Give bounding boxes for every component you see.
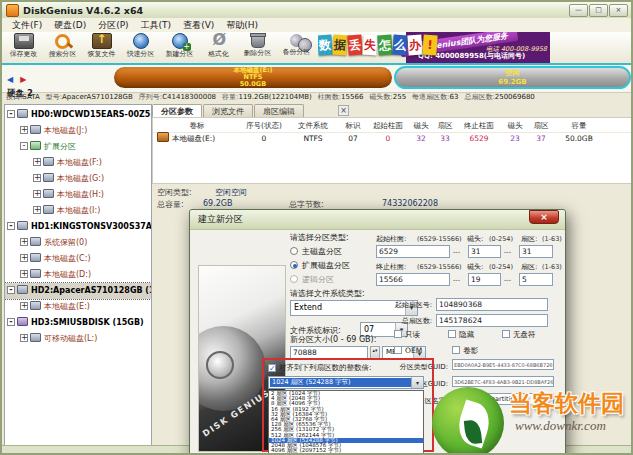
tree-item[interactable]: +本地磁盘(G:) xyxy=(5,171,151,187)
partition-type-radio[interactable]: 主磁盘分区 xyxy=(290,244,350,258)
tree-item[interactable]: +本地磁盘(F:) xyxy=(5,155,151,171)
attribute-checkbox[interactable]: 卷影 xyxy=(452,346,478,356)
size-input[interactable]: 70888 xyxy=(290,346,368,359)
tree-item[interactable]: +本地磁盘(D:) xyxy=(5,267,151,283)
start-head-input[interactable]: 31 xyxy=(468,245,501,258)
size-spinner[interactable]: ▴▾ xyxy=(370,346,380,359)
tree-item[interactable]: +系统保留(0) xyxy=(5,235,151,251)
table-header-cell: 扇区 xyxy=(529,119,553,132)
tree-item[interactable]: -HD0:WDCWD15EARS-00Z5B1 (1397GB) xyxy=(5,107,151,123)
dropdown-option[interactable]: 4096 扇区 (2097152 字节) xyxy=(269,448,423,453)
tree-expander-icon[interactable]: - xyxy=(7,318,15,326)
head-range: (0-254) xyxy=(489,263,513,271)
attribute-checkbox[interactable]: 只读 xyxy=(394,330,420,340)
attribute-checkbox[interactable]: 隐藏 xyxy=(448,330,474,340)
tree-item[interactable]: +本地磁盘(C:) xyxy=(5,251,151,267)
panel-close-icon[interactable]: × xyxy=(338,105,349,116)
toolbar: 保存更改 搜索分区 恢复文件 快速分区 xyxy=(2,32,631,63)
tab[interactable]: 扇区编辑 xyxy=(254,104,304,117)
recover-files-button[interactable]: 恢复文件 xyxy=(82,32,121,63)
tree-expander-icon[interactable]: + xyxy=(20,334,28,342)
tree-item[interactable]: +本地磁盘(E:) xyxy=(5,299,151,315)
delete-partition-button[interactable]: 删除分区 xyxy=(238,32,277,63)
backup-partition-button[interactable]: 备份分区 xyxy=(277,32,316,63)
tree-expander-icon[interactable]: - xyxy=(7,222,15,230)
tree-expander-icon[interactable]: + xyxy=(33,158,41,166)
end-head-input[interactable]: 19 xyxy=(468,273,501,286)
tree-expander-icon[interactable]: - xyxy=(20,142,28,150)
free-bytes-value: 74332062208 xyxy=(382,199,438,208)
new-partition-button[interactable]: 新建分区 xyxy=(160,32,199,63)
tree-item[interactable]: -HD2:ApacerAS710128GB (119GB) xyxy=(5,283,151,299)
start-sector-number-label: 起始扇区号: xyxy=(376,300,432,310)
start-cyl-input[interactable]: 6529 xyxy=(376,245,450,258)
toolbar-buttons: 保存更改 搜索分区 恢复文件 快速分区 xyxy=(4,32,316,63)
tree-item-label: 本地磁盘(C:) xyxy=(44,254,91,263)
format-button[interactable]: 格式化 xyxy=(199,32,238,63)
save-changes-button[interactable]: 保存更改 xyxy=(4,32,43,63)
tree-item-label: 本地磁盘(G:) xyxy=(57,174,104,183)
tree-expander-icon[interactable]: + xyxy=(20,302,28,310)
attribute-checkbox-row-1: 只读隐藏无盘符 xyxy=(394,330,536,340)
table-c ell: 50.0GB xyxy=(553,132,605,145)
tree-item[interactable]: -HD3:SMIUSBDISK (15GB) xyxy=(5,315,151,331)
type-guid-input[interactable]: EBD0A0A2-B9E5-4433-87C0-68B6B72699C7 xyxy=(452,359,554,370)
disk-info-pair: 磁头数:255 xyxy=(369,93,406,101)
combobox-dropdown-icon[interactable]: ▾ xyxy=(411,377,423,388)
menu-item[interactable]: 帮助(H) xyxy=(220,19,264,32)
start-sector-number-input[interactable]: 104890368 xyxy=(436,298,548,311)
close-button[interactable]: × xyxy=(609,4,628,17)
table-row[interactable]: 本地磁盘(E:)0NTFS07032336529233750.0GB xyxy=(153,132,632,145)
next-disk-arrow-icon[interactable]: ▶ xyxy=(20,75,26,84)
menu-item[interactable]: 文件(F) xyxy=(6,19,48,32)
attribute-checkbox[interactable]: 无盘符 xyxy=(502,330,536,340)
quick-partition-button[interactable]: 快速分区 xyxy=(121,32,160,63)
sector-align-combobox[interactable]: 1024 扇区 (524288 字节) ▾ xyxy=(268,376,424,389)
tree-item[interactable]: +本地磁盘(J:) xyxy=(5,123,151,139)
tree-expander-icon[interactable]: + xyxy=(20,254,28,262)
separator: --- xyxy=(504,248,511,256)
end-cyl-input[interactable]: 15566 xyxy=(376,273,450,286)
tree-expander-icon[interactable]: + xyxy=(20,238,28,246)
table-header-cell: 起始柱面 xyxy=(367,119,409,132)
minimize-button[interactable]: — xyxy=(569,4,588,17)
tab[interactable]: 浏览文件 xyxy=(203,104,253,117)
total-sectors-input[interactable]: 145178624 xyxy=(436,314,548,327)
partition-block-local-e[interactable]: 本地磁盘(E:) NTFS 50.0GB xyxy=(114,67,392,88)
checkbox-icon xyxy=(452,346,460,354)
tree-expander-icon[interactable]: - xyxy=(7,110,15,118)
tree-expander-icon[interactable]: + xyxy=(33,174,41,182)
attribute-checkbox[interactable]: OEM xyxy=(394,346,422,356)
tree-expander-icon[interactable]: - xyxy=(7,286,15,294)
align-checkbox-row[interactable]: ✓对齐到下列扇区数的整数倍: xyxy=(268,363,372,373)
end-sector-input[interactable]: 5 xyxy=(519,273,553,286)
partition-type-label: 请选择分区类型: xyxy=(290,232,349,243)
toolbar-button-icon xyxy=(53,33,73,49)
checkbox-label: OEM xyxy=(405,346,422,355)
menu-item[interactable]: 分区(P) xyxy=(92,19,134,32)
maximize-button[interactable]: □ xyxy=(589,4,608,17)
tree-item-label: HD2:ApacerAS710128GB (119GB) xyxy=(31,286,152,295)
start-sector-input[interactable]: 31 xyxy=(519,245,553,258)
tree-item-label: 可移动磁盘(L:) xyxy=(44,334,97,343)
tree-expander-icon[interactable]: + xyxy=(20,126,28,134)
menu-item[interactable]: 硬盘(D) xyxy=(48,19,92,32)
prev-disk-arrow-icon[interactable]: ◀ xyxy=(7,75,13,84)
checkbox-label: 卷影 xyxy=(463,346,478,355)
partition-type-radio[interactable]: 逻辑分区 xyxy=(290,272,350,286)
tab[interactable]: 分区参数 xyxy=(152,104,202,117)
partition-block-free[interactable]: 空闲 69.2GB xyxy=(394,66,631,89)
tree-item[interactable]: +可移动磁盘(L:) xyxy=(5,331,151,347)
checkbox-icon[interactable]: ✓ xyxy=(268,364,276,372)
panel-tabs: 分区参数浏览文件扇区编辑 xyxy=(152,104,304,117)
menu-item[interactable]: 工具(T) xyxy=(135,19,178,32)
dialog-close-button[interactable]: × xyxy=(529,210,559,224)
partition-type-radio[interactable]: 扩展磁盘分区 xyxy=(290,258,350,272)
promo-tile: 失 xyxy=(362,35,377,56)
tree-expander-icon[interactable]: + xyxy=(20,270,28,278)
site-watermark: 当客软件园 www.downkr.com xyxy=(427,382,633,455)
search-partition-button[interactable]: 搜索分区 xyxy=(43,32,82,63)
tree-item[interactable]: -扩展分区 xyxy=(5,139,151,155)
align-label: 对齐到下列扇区数的整数倍: xyxy=(279,363,372,372)
promo-tile: ! xyxy=(422,35,437,56)
